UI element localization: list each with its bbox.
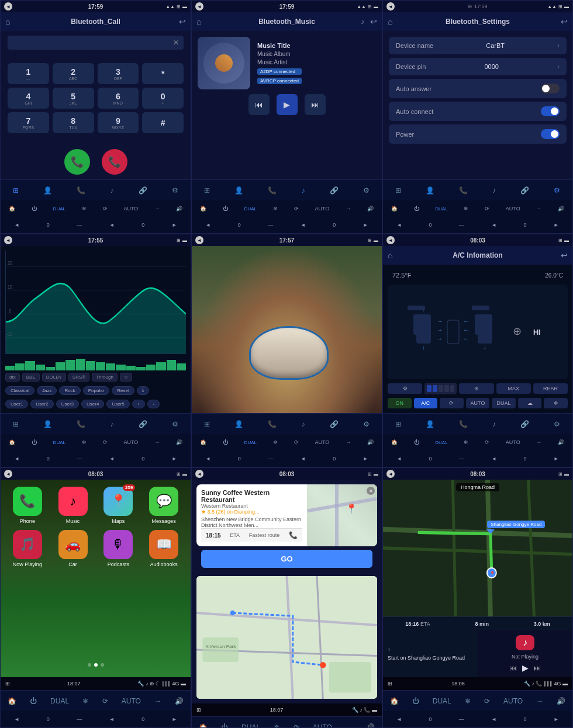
back-arrow-call[interactable]: ↩ [179, 17, 186, 26]
nav-user-icon[interactable]: 👤 [43, 186, 52, 195]
preset-popular[interactable]: Popular [83, 386, 110, 395]
nl-cp[interactable]: ❄ [82, 697, 88, 705]
nav-st-grid[interactable]: ⊞ [388, 681, 392, 687]
nav-user-s[interactable]: 👤 [426, 186, 434, 195]
np-v[interactable]: 📞 [268, 420, 277, 428]
snow-m[interactable]: ❄ [273, 206, 278, 212]
dial-3[interactable]: 3DEF [98, 63, 139, 84]
preset-classical[interactable]: Classical [5, 386, 34, 395]
app-car[interactable]: 🚗 Car [53, 530, 93, 567]
next-btn-nav[interactable]: ⏭ [533, 663, 541, 672]
nm-v[interactable]: ♪ [302, 420, 305, 428]
ngr-eq[interactable]: ⚙ [172, 420, 178, 428]
power-climate[interactable]: ⏻ [32, 206, 37, 212]
prev-button[interactable]: ⏮ [248, 94, 270, 115]
effect-dts[interactable]: dts [5, 373, 20, 382]
nr-maps[interactable]: → [346, 723, 353, 729]
device-name-row[interactable]: Device name CarBT › [389, 37, 567, 54]
nav-user-icon-m[interactable]: 👤 [234, 186, 243, 195]
preset-jazz[interactable]: Jazz [37, 386, 57, 395]
fan-s[interactable]: ⟳ [485, 206, 489, 212]
nav-phone-s[interactable]: 📞 [459, 186, 468, 195]
on-btn[interactable]: ON [388, 398, 412, 408]
nr-cp[interactable]: → [154, 697, 161, 705]
fan-icon-btn[interactable]: ⊕ [459, 383, 493, 394]
dial-star[interactable]: * [142, 63, 184, 84]
app-phone[interactable]: 📞 Phone [8, 487, 47, 524]
dial-9[interactable]: 9WXYZ [98, 112, 139, 133]
ng-cp[interactable]: 🏠 [8, 697, 16, 705]
dial-hash[interactable]: # [142, 112, 184, 133]
nav-phone-icon-m[interactable]: 📞 [268, 186, 277, 195]
nav-link-s[interactable]: 🔗 [520, 186, 529, 195]
dial-8[interactable]: 8TUV [53, 112, 94, 133]
nf-maps[interactable]: ⟳ [294, 723, 299, 729]
preset-rock[interactable]: Rock [59, 386, 80, 395]
tl-s[interactable]: ◄ [396, 222, 402, 228]
play-btn-nav[interactable]: ▶ [522, 663, 529, 672]
back-button-nav[interactable]: ◄ [386, 470, 395, 478]
back-button-settings[interactable]: ◄ [386, 2, 395, 11]
effect-bbe[interactable]: BBE [22, 373, 40, 382]
nav-grid-icon-m[interactable]: ⊞ [204, 186, 210, 195]
ac-btn[interactable]: A/C [414, 398, 438, 408]
rear-btn[interactable]: REAR [533, 383, 568, 394]
nl-ac[interactable]: 🔗 [520, 420, 529, 428]
go-button[interactable]: GO [201, 550, 372, 568]
volume-icon[interactable]: 🔊 [176, 206, 182, 212]
nm-ac[interactable]: ♪ [492, 420, 496, 428]
nav-grid-s[interactable]: ⊞ [395, 186, 401, 195]
home-cl-s[interactable]: 🏠 [391, 206, 398, 212]
rear-defrost-btn[interactable]: ❄ [544, 398, 568, 408]
user-preset-5[interactable]: User5 [106, 400, 129, 408]
power-cl-m[interactable]: ⏻ [223, 206, 228, 212]
home-button-settings[interactable]: ⌂ [388, 17, 392, 26]
home-button-music[interactable]: ⌂ [196, 17, 201, 26]
nav-music-icon[interactable]: ♪ [111, 186, 114, 195]
max-btn[interactable]: MAX [496, 383, 531, 394]
defrost-btn[interactable]: ☁ [518, 398, 542, 408]
nav-link-icon[interactable]: 🔗 [139, 186, 147, 195]
power-cl-s[interactable]: ⏻ [414, 206, 419, 212]
recirculate-btn[interactable]: ⟳ [440, 398, 464, 408]
back-button-call[interactable]: ◄ [4, 2, 12, 11]
temp-right-arrow[interactable]: ► [172, 222, 177, 228]
end-call-button[interactable]: 📞 [102, 149, 127, 175]
dial-7[interactable]: 7PQRS [8, 112, 49, 133]
dial-5[interactable]: 5JKL [53, 88, 94, 109]
nav-link-icon-m[interactable]: 🔗 [330, 186, 339, 195]
settings-btn[interactable]: ⚙ [388, 383, 422, 394]
nav-gear-icon-m[interactable]: ⚙ [363, 186, 370, 195]
dot-3[interactable] [101, 663, 104, 667]
back-button-eq[interactable]: ◄ [4, 236, 12, 244]
call-button[interactable]: 📞 [64, 149, 90, 175]
nv-maps[interactable]: 🔊 [366, 723, 375, 729]
back-button-carplay[interactable]: ◄ [4, 470, 12, 478]
ng-v[interactable]: ⊞ [204, 420, 210, 428]
nl-v[interactable]: 🔗 [330, 420, 339, 428]
nav-phone-icon[interactable]: 📞 [77, 186, 85, 195]
fan-climate[interactable]: ⟳ [103, 206, 108, 212]
tl-m[interactable]: ◄ [205, 222, 210, 228]
home-climate[interactable]: 🏠 [9, 206, 15, 212]
user-preset-2[interactable]: User2 [30, 400, 53, 408]
maps-st-grid[interactable]: ⊞ [196, 707, 201, 713]
back-button-music[interactable]: ◄ [195, 2, 203, 11]
user-preset-del[interactable]: - [147, 400, 160, 408]
home-cl-m[interactable]: 🏠 [200, 206, 206, 212]
dial-1[interactable]: 1— [8, 63, 49, 84]
nav-gear-s[interactable]: ⚙ [554, 186, 560, 195]
ng-ac[interactable]: ⊞ [395, 420, 401, 428]
effect-dolby[interactable]: DOLBY [42, 373, 66, 382]
app-podcasts[interactable]: 🎙 Podcasts [99, 530, 139, 567]
power-toggle[interactable] [541, 129, 560, 139]
user-preset-add[interactable]: + [132, 400, 146, 408]
nav-grid-icon[interactable]: ⊞ [13, 186, 19, 195]
nv-cp[interactable]: 🔊 [175, 697, 184, 705]
arr-s[interactable]: → [536, 206, 541, 212]
nl-maps[interactable]: ❄ [274, 723, 279, 729]
nr-nav[interactable]: → [536, 697, 543, 705]
nu-eq[interactable]: 👤 [43, 420, 52, 428]
dial-6[interactable]: 6MNO [98, 88, 139, 109]
cp-grid-icon[interactable]: ⊞ [5, 681, 10, 687]
